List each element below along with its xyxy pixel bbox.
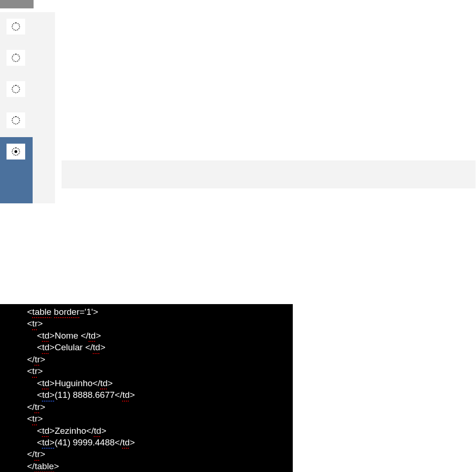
code-span: > [38,366,43,376]
spell-underline-span: table [34,460,54,472]
code-span: >Nome </ [49,331,88,340]
code-block: <table border='1'><tr> <td>Nome </td> <t… [0,304,293,472]
code-span: >Celular </ [49,342,93,352]
spell-underline-span: tr [32,365,38,377]
code-span: > [40,354,45,364]
spinner-icon [12,54,20,62]
spell-underline-span: td [42,425,49,437]
sidebar-item-0[interactable] [0,12,33,43]
code-line: <td>(41) 9999.4488</td> [27,437,293,448]
spell-underline-span: tr [32,413,38,424]
code-line: <table border='1'> [27,306,293,318]
code-span: ='1'> [80,307,98,317]
code-line: <td>Nome </td> [27,330,293,341]
code-span: > [101,426,106,436]
code-span: </ [27,402,34,412]
content-header-bar [62,160,476,188]
code-span: > [100,342,105,352]
spell-underline-span: td [122,437,130,448]
spinner-icon [12,85,20,93]
sidebar-tile [7,50,25,66]
code-span: < [37,331,42,340]
spell-underline-span: td [42,377,49,389]
code-span: (11) 8888.6677</ [55,390,122,400]
spell-underline-span: td [89,330,96,341]
grammar-underline-span: td> [42,437,55,448]
sidebar-item-1[interactable] [0,43,33,75]
code-span: > [96,331,101,340]
window-corner-stub [0,0,34,8]
code-line: <tr> [27,365,293,377]
grammar-underline-span: td> [42,389,55,401]
code-line: <tr> [27,318,293,329]
spell-underline-span: td [122,389,130,401]
spell-underline-span: table [32,306,51,318]
spell-underline-span: td [42,330,49,341]
code-span: > [40,449,45,459]
spell-underline-span: tr [34,401,40,413]
code-span: > [38,319,43,328]
spinner-icon [12,116,20,125]
spell-underline-span: td [42,341,49,353]
code-span: </ [27,354,34,364]
code-span: > [130,390,135,400]
code-span: >Zezinho</ [49,426,94,436]
code-line: <tr> [27,413,293,424]
spinner-icon [12,22,20,31]
code-line: <td>(11) 8888.6677</td> [27,389,293,401]
sidebar-tile [7,112,25,128]
code-span: </ [27,461,34,471]
code-line: </tr> [27,401,293,413]
sidebar-tile [7,144,25,160]
sidebar [0,12,33,203]
code-span: > [130,437,135,447]
sidebar-tile [7,19,25,35]
code-span: (41) 9999.4488</ [55,437,122,447]
code-span: < [27,307,32,317]
code-span: < [27,319,32,328]
code-line: <td>Zezinho</td> [27,425,293,437]
code-span: < [37,378,42,388]
code-span: < [27,366,32,376]
code-span: > [38,414,43,423]
spell-underline-span: tr [32,318,38,329]
code-line: <td>Huguinho</td> [27,377,293,389]
spell-underline-span: td [94,425,101,437]
sidebar-item-4-active[interactable] [0,137,33,168]
spell-underline-span: tr [34,448,40,460]
code-span: > [108,378,113,388]
spell-underline-span: td [100,377,108,389]
spell-underline-span: tr [34,354,40,365]
code-span: < [37,342,42,352]
spell-underline-span: td [93,341,100,353]
sidebar-panel [0,12,55,203]
code-span: < [37,437,42,447]
code-span: </ [27,449,34,459]
code-line: <td>Celular </td> [27,341,293,353]
spell-underline-span: border [54,306,80,318]
sidebar-item-2[interactable] [0,75,33,106]
code-span: < [27,414,32,423]
code-line: </table> [27,460,293,472]
code-span: >Huguinho</ [49,378,100,388]
code-span: < [37,390,42,400]
sidebar-item-3[interactable] [0,106,33,137]
code-line: </tr> [27,448,293,460]
sidebar-tile [7,81,25,97]
code-span: > [54,461,59,471]
sidebar-active-extension [0,168,33,203]
spinner-active-icon [12,147,20,156]
code-span: < [37,426,42,436]
code-span: > [40,402,45,412]
code-line: </tr> [27,354,293,365]
